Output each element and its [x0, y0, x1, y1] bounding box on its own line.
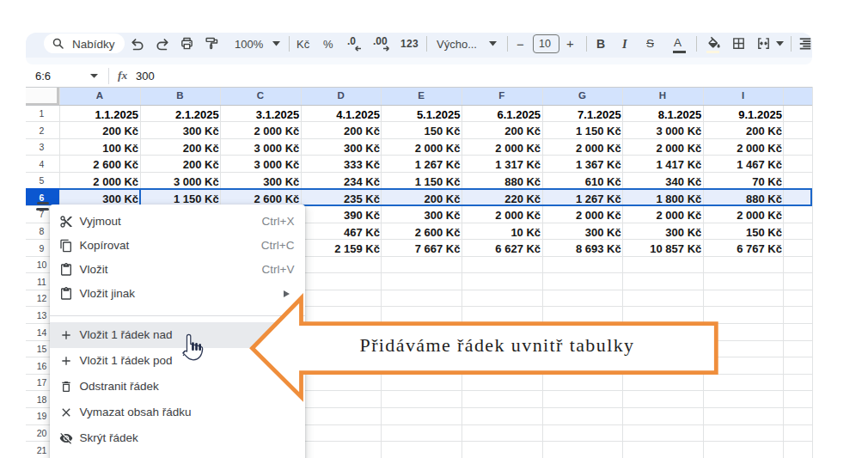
svg-text:Přidáváme řádek uvnitř tabulky: Přidáváme řádek uvnitř tabulky [360, 334, 635, 356]
